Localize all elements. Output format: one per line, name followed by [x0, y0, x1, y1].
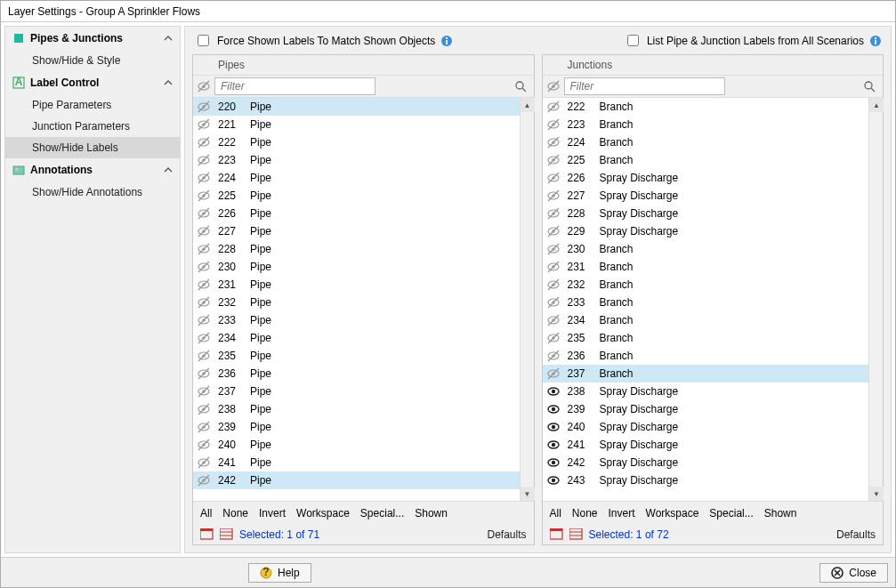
eye-hidden-icon[interactable] — [546, 331, 561, 345]
info-icon[interactable] — [869, 35, 882, 47]
force-labels-check-input[interactable] — [198, 35, 209, 46]
list-row[interactable]: 238Pipe — [193, 400, 520, 418]
list-row[interactable]: 224Pipe — [193, 169, 520, 187]
eye-hidden-icon[interactable] — [546, 135, 561, 149]
defaults-link[interactable]: Defaults — [487, 528, 526, 541]
list-row[interactable]: 223Branch — [543, 116, 869, 133]
eye-hidden-icon[interactable] — [197, 171, 211, 185]
pipes-list[interactable]: 220Pipe221Pipe222Pipe223Pipe224Pipe225Pi… — [193, 98, 520, 501]
eye-hidden-icon[interactable] — [197, 384, 211, 399]
list-row[interactable]: 230Pipe — [193, 258, 520, 276]
eye-hidden-icon[interactable] — [197, 473, 211, 487]
sidebar-item[interactable]: Show/Hide Annotations — [5, 181, 180, 203]
list-row[interactable]: 242Pipe — [193, 471, 520, 489]
eye-hidden-icon[interactable] — [546, 224, 561, 238]
eye-hidden-icon[interactable] — [197, 366, 211, 381]
selection-action[interactable]: Shown — [764, 507, 797, 520]
layout-icon-2[interactable] — [569, 528, 584, 541]
list-row[interactable]: 236Branch — [543, 347, 869, 365]
list-row[interactable]: 231Branch — [543, 258, 869, 276]
pipes-filter-input[interactable] — [214, 77, 375, 95]
eye-hidden-icon[interactable] — [197, 402, 211, 416]
list-row[interactable]: 222Branch — [543, 98, 869, 116]
eye-shown-icon[interactable] — [546, 438, 561, 452]
search-icon[interactable] — [863, 80, 876, 93]
sidebar-section-header[interactable]: ALabel Control — [5, 71, 180, 94]
junctions-filter-input[interactable] — [564, 77, 725, 95]
eye-hidden-icon[interactable] — [197, 206, 211, 221]
help-button[interactable]: Help — [248, 563, 311, 583]
selection-action[interactable]: All — [550, 507, 561, 520]
list-row[interactable]: 233Branch — [543, 294, 869, 311]
eye-hidden-icon[interactable] — [546, 100, 561, 114]
eye-hidden-icon[interactable] — [197, 331, 211, 345]
eye-hidden-icon[interactable] — [197, 224, 211, 238]
close-button[interactable]: Close — [819, 563, 888, 583]
eye-shown-icon[interactable] — [546, 384, 561, 399]
search-icon[interactable] — [514, 80, 527, 93]
list-row[interactable]: 235Pipe — [193, 347, 520, 365]
list-row[interactable]: 236Pipe — [193, 365, 520, 383]
scrollbar[interactable]: ▲▼ — [520, 98, 534, 501]
list-row[interactable]: 241Pipe — [193, 454, 520, 471]
eye-hidden-icon[interactable] — [197, 189, 211, 203]
list-row[interactable]: 232Pipe — [193, 294, 520, 311]
eye-hidden-icon[interactable] — [546, 117, 561, 132]
scrollbar[interactable]: ▲▼ — [868, 98, 883, 501]
list-row[interactable]: 234Branch — [543, 311, 869, 329]
eye-hidden-icon[interactable] — [197, 278, 211, 292]
layout-icon-1[interactable] — [550, 528, 564, 541]
list-row[interactable]: 239Spray Discharge — [543, 400, 869, 418]
layout-icon-1[interactable] — [200, 528, 214, 541]
eye-hidden-icon[interactable] — [197, 260, 211, 274]
sidebar-item[interactable]: Show/Hide Labels — [5, 137, 180, 158]
list-row[interactable]: 239Pipe — [193, 418, 520, 436]
selection-action[interactable]: Special... — [709, 507, 753, 520]
eye-hidden-icon[interactable] — [546, 153, 561, 167]
scroll-up-icon[interactable]: ▲ — [869, 98, 884, 112]
sidebar-item[interactable]: Junction Parameters — [5, 116, 180, 137]
list-row[interactable]: 228Pipe — [193, 240, 520, 258]
eye-hidden-icon[interactable] — [197, 313, 211, 327]
list-labels-check-input[interactable] — [627, 35, 639, 46]
list-row[interactable]: 230Branch — [543, 240, 869, 258]
list-row[interactable]: 237Pipe — [193, 383, 520, 400]
selection-action[interactable]: Invert — [259, 507, 286, 520]
list-row[interactable]: 226Spray Discharge — [543, 169, 869, 187]
list-row[interactable]: 220Pipe — [193, 98, 520, 116]
selection-action[interactable]: Workspace — [296, 507, 350, 520]
eye-hidden-icon[interactable] — [197, 438, 211, 452]
list-row[interactable]: 227Pipe — [193, 222, 520, 240]
scroll-up-icon[interactable]: ▲ — [521, 98, 535, 112]
list-row[interactable]: 222Pipe — [193, 133, 520, 151]
eye-shown-icon[interactable] — [546, 402, 561, 416]
eye-hidden-icon[interactable] — [197, 420, 211, 434]
sidebar-item[interactable]: Show/Hide & Style — [5, 50, 180, 71]
list-row[interactable]: 240Spray Discharge — [543, 418, 869, 436]
eye-hidden-icon[interactable] — [546, 349, 561, 363]
eye-hidden-icon[interactable] — [197, 117, 211, 132]
list-row[interactable]: 225Branch — [543, 151, 869, 169]
list-row[interactable]: 226Pipe — [193, 205, 520, 222]
list-row[interactable]: 231Pipe — [193, 276, 520, 294]
eye-hidden-icon[interactable] — [197, 153, 211, 167]
force-labels-checkbox[interactable]: Force Shown Labels To Match Shown Object… — [194, 32, 453, 49]
list-row[interactable]: 229Spray Discharge — [543, 222, 869, 240]
eye-hidden-icon[interactable] — [546, 171, 561, 185]
scroll-down-icon[interactable]: ▼ — [869, 487, 884, 501]
info-icon[interactable] — [440, 35, 453, 47]
eye-shown-icon[interactable] — [546, 420, 561, 434]
eye-shown-icon[interactable] — [546, 455, 561, 470]
eye-hidden-icon[interactable] — [197, 295, 211, 310]
list-labels-checkbox[interactable]: List Pipe & Junction Labels from All Sce… — [624, 32, 882, 49]
selection-action[interactable]: None — [572, 507, 598, 520]
list-row[interactable]: 221Pipe — [193, 116, 520, 133]
eye-hidden-icon[interactable] — [197, 242, 211, 256]
eye-hidden-icon[interactable] — [546, 366, 561, 381]
selection-action[interactable]: Special... — [360, 507, 404, 520]
selection-action[interactable]: Invert — [609, 507, 635, 520]
eye-hidden-icon[interactable] — [546, 206, 561, 221]
list-row[interactable]: 224Branch — [543, 133, 869, 151]
list-row[interactable]: 237Branch — [543, 365, 869, 383]
list-row[interactable]: 234Pipe — [193, 329, 520, 347]
